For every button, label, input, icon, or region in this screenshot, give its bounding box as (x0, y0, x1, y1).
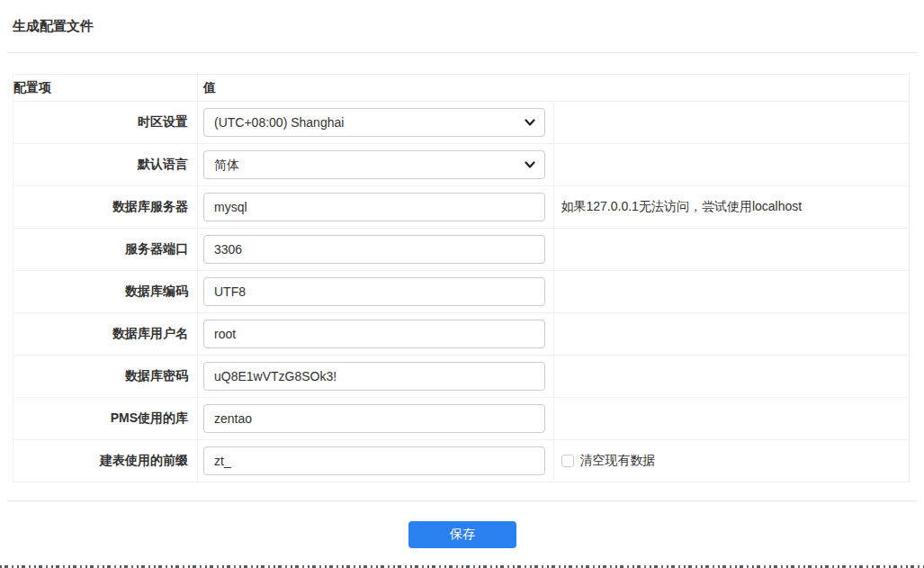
clear-data-checkbox[interactable] (561, 455, 574, 467)
row-hint (553, 313, 910, 356)
row-hint (553, 398, 910, 440)
row-label: PMS使用的库 (13, 398, 198, 440)
row-label: 默认语言 (13, 144, 198, 186)
row-label: 数据库用户名 (13, 313, 198, 356)
db-username-input[interactable] (203, 320, 545, 348)
table-row-db-password: 数据库密码 (13, 356, 910, 398)
table-row-db-name: PMS使用的库 (13, 398, 910, 440)
table-row-language: 默认语言 简体 (13, 144, 910, 186)
column-header-item: 配置项 (13, 75, 198, 102)
actions-divider (7, 500, 917, 501)
default-language-select[interactable]: 简体 (203, 150, 545, 179)
db-host-hint: 如果127.0.0.1无法访问，尝试使用localhost (553, 186, 910, 229)
row-label: 数据库编码 (13, 271, 198, 313)
table-row-db-port: 服务器端口 (13, 229, 910, 271)
table-row-table-prefix: 建表使用的前缀 清空现有数据 (13, 440, 910, 482)
pms-database-input[interactable] (203, 404, 545, 433)
table-row-timezone: 时区设置 (UTC+08:00) Shanghai (13, 102, 910, 144)
clear-data-label-text: 清空现有数据 (580, 453, 656, 469)
timezone-select[interactable]: (UTC+08:00) Shanghai (203, 108, 545, 137)
row-hint (553, 356, 910, 398)
page-title: 生成配置文件 (13, 18, 94, 35)
row-label: 数据库服务器 (13, 186, 198, 229)
table-header-row: 配置项 值 (13, 75, 910, 102)
table-prefix-input[interactable] (203, 446, 545, 475)
row-label: 数据库密码 (13, 356, 198, 398)
row-label: 时区设置 (13, 102, 198, 144)
save-button[interactable]: 保存 (408, 521, 516, 548)
db-port-input[interactable] (203, 235, 545, 264)
db-password-input[interactable] (203, 362, 545, 391)
table-row-db-user: 数据库用户名 (13, 313, 910, 356)
table-row-db-encoding: 数据库编码 (13, 271, 910, 313)
row-hint (553, 271, 910, 313)
db-host-input[interactable] (203, 193, 545, 221)
row-label: 建表使用的前缀 (13, 440, 198, 482)
config-table: 配置项 值 时区设置 (UTC+08:00) Shanghai 默认语言 (13, 74, 910, 482)
row-hint (553, 102, 910, 144)
row-hint (553, 144, 910, 186)
db-encoding-input[interactable] (203, 277, 545, 306)
clear-data-checkbox-label[interactable]: 清空现有数据 (561, 453, 656, 469)
row-label: 服务器端口 (13, 229, 198, 271)
title-divider (7, 52, 917, 53)
table-row-db-host: 数据库服务器 如果127.0.0.1无法访问，尝试使用localhost (13, 186, 910, 229)
row-hint (553, 229, 910, 271)
column-header-value: 值 (198, 75, 910, 102)
